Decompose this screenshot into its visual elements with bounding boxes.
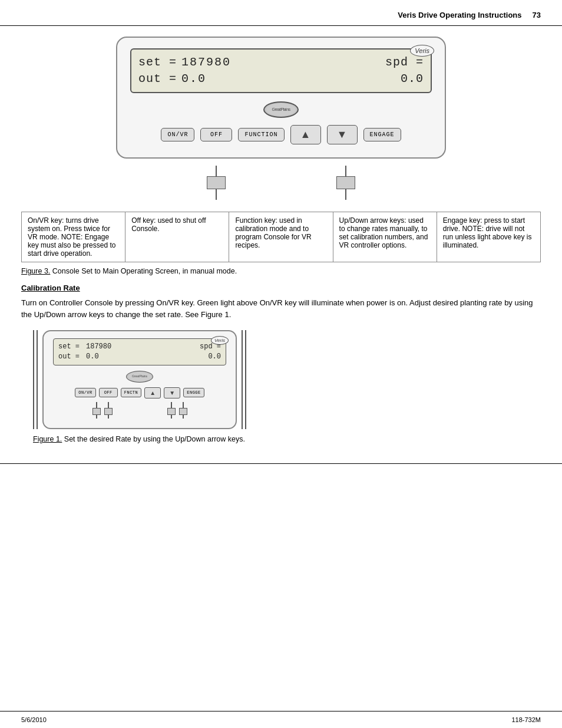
lcd-display-small: set = 187980 spd = out = 0.0 0.0 [53, 338, 226, 365]
page-header: Veris Drive Operating Instructions 73 [0, 0, 562, 26]
figure3-caption-prefix: Figure 3. [21, 267, 50, 275]
off-button[interactable]: OFF [200, 128, 232, 141]
lcd-set-value-s: 187980 [86, 342, 111, 352]
lcd-out-right-value: 0.0 [401, 71, 424, 87]
small-wire-r2 [179, 402, 187, 419]
down-arrow-button-small[interactable]: ▼ [164, 387, 180, 398]
left-connectors [33, 330, 34, 429]
wire-left [207, 166, 226, 207]
knob-area-large: GreatPlains [130, 101, 432, 118]
lcd-out-label-s: out = [58, 352, 80, 362]
knob-label-large: GreatPlains [270, 107, 291, 113]
engage-button[interactable]: ENGAGE [363, 128, 401, 141]
calibration-heading: Calibration Rate [21, 284, 541, 292]
small-wire-r1 [167, 402, 176, 419]
wire-left-box [207, 176, 226, 189]
small-wire-right [167, 402, 187, 419]
wiring-inner [116, 166, 446, 207]
wiring-connectors [21, 166, 541, 207]
down-arrow-icon: ▼ [337, 129, 348, 141]
sw-r2-box [179, 408, 187, 415]
small-wire-l2 [104, 402, 113, 419]
lcd-out-value: 0.0 [181, 71, 206, 87]
lcd-set-value: 187980 [181, 54, 231, 71]
lcd-set-label: set = [138, 54, 177, 71]
figure1-caption: Figure 1. Set the desired Rate by using … [33, 435, 541, 443]
figure1-caption-prefix: Figure 1. [33, 435, 62, 443]
knob-small: GreatPlains [126, 371, 153, 383]
buttons-row-large: ON/VR OFF FUNCTION ▲ ▼ ENGAGE [130, 125, 432, 144]
wire-right [336, 166, 355, 207]
right-line2 [245, 330, 246, 429]
figure3-container: Veris set = 187980 spd = out = 0.0 0.0 [21, 37, 541, 159]
sw-r1-top [171, 402, 172, 408]
console-diagram-large: Veris set = 187980 spd = out = 0.0 0.0 [116, 37, 446, 159]
table-cell-function: Function key: used in calibration mode a… [229, 212, 333, 262]
lcd-set-label-s: set = [58, 342, 80, 352]
sw-r1-bot [171, 415, 172, 419]
lcd-out-label: out = [138, 71, 177, 87]
sw-r1-box [167, 408, 176, 415]
up-arrow-icon-small: ▲ [150, 390, 156, 396]
sw-l2-bot [108, 415, 109, 419]
knob-large: GreatPlains [263, 101, 299, 118]
console-diagram-small: Veris set = 187980 spd = out = 0.0 0.0 [42, 330, 237, 429]
sw-l1-box [92, 408, 101, 415]
table-cell-engage: Engage key: press to start drive. NOTE: … [437, 212, 540, 262]
right-line [242, 330, 243, 429]
off-button-small[interactable]: OFF [99, 388, 118, 397]
sw-l2-box [104, 408, 113, 415]
left-connectors2 [37, 330, 38, 429]
small-wire-l1 [92, 402, 101, 419]
lcd-row-1-small: set = 187980 spd = [58, 342, 221, 352]
on-vr-button-small[interactable]: ON/VR [75, 388, 96, 397]
figure1-caption-text: Set the desired Rate by using the Up/Dow… [62, 435, 245, 443]
down-arrow-button[interactable]: ▼ [327, 125, 358, 144]
footer-doc-num: 118-732M [511, 716, 541, 723]
wire-right-bottom [345, 189, 346, 200]
engage-button-small[interactable]: ENGGE [183, 388, 204, 397]
lcd-row-2: out = 0.0 0.0 [138, 71, 424, 87]
buttons-row-small: ON/VR OFF FNCTN ▲ ▼ ENGGE [53, 387, 226, 398]
lcd-out-value-s: 0.0 [86, 352, 99, 362]
page-footer: 5/6/2010 118-732M [0, 711, 562, 728]
wire-right-box [336, 176, 355, 189]
up-arrow-icon: ▲ [300, 129, 311, 141]
lcd-row-2-small: out = 0.0 0.0 [58, 352, 221, 362]
page-number: 73 [533, 11, 541, 19]
sw-r2-bot [183, 415, 184, 419]
calibration-body: Turn on Controller Console by pressing O… [21, 297, 541, 321]
left-line [33, 330, 34, 429]
wire-left-top [216, 166, 217, 176]
small-wire-left [92, 402, 113, 419]
sw-l1-bot [96, 415, 97, 419]
lcd-spd-label: spd = [385, 54, 424, 71]
sw-r2-top [183, 402, 184, 408]
up-arrow-button-small[interactable]: ▲ [144, 387, 161, 398]
table-cell-arrows: Up/Down arrow keys: used to change rates… [333, 212, 437, 262]
table-cell-off: Off key: used to shut off Console. [125, 212, 229, 262]
figure1-with-lines: Veris set = 187980 spd = out = 0.0 0.0 [33, 330, 246, 429]
veris-badge-large: Veris [410, 45, 434, 57]
page-content: Veris set = 187980 spd = out = 0.0 0.0 [0, 26, 562, 463]
down-arrow-icon-small: ▼ [169, 390, 175, 396]
footer-separator [0, 463, 562, 464]
sw-l1-top [96, 402, 97, 408]
up-arrow-button[interactable]: ▲ [290, 125, 321, 144]
function-button[interactable]: FUNCTION [238, 128, 284, 141]
lcd-out-right-value-s: 0.0 [208, 352, 221, 362]
lcd-row-1: set = 187980 spd = [138, 54, 424, 71]
right-connectors2 [245, 330, 246, 429]
sw-l2-top [108, 402, 109, 408]
figure3-table: On/VR key: turns drive system on. Press … [21, 212, 541, 262]
left-line2 [37, 330, 38, 429]
right-connectors [242, 330, 243, 429]
header-title: Veris Drive Operating Instructions [398, 11, 521, 19]
table-row: On/VR key: turns drive system on. Press … [22, 212, 541, 262]
lcd-display-large: set = 187980 spd = out = 0.0 0.0 [130, 48, 432, 93]
wire-left-bottom [216, 189, 217, 200]
footer-date: 5/6/2010 [21, 716, 47, 723]
table-cell-on-vr: On/VR key: turns drive system on. Press … [22, 212, 125, 262]
on-vr-button[interactable]: ON/VR [161, 128, 194, 141]
function-button-small[interactable]: FNCTN [121, 388, 142, 397]
